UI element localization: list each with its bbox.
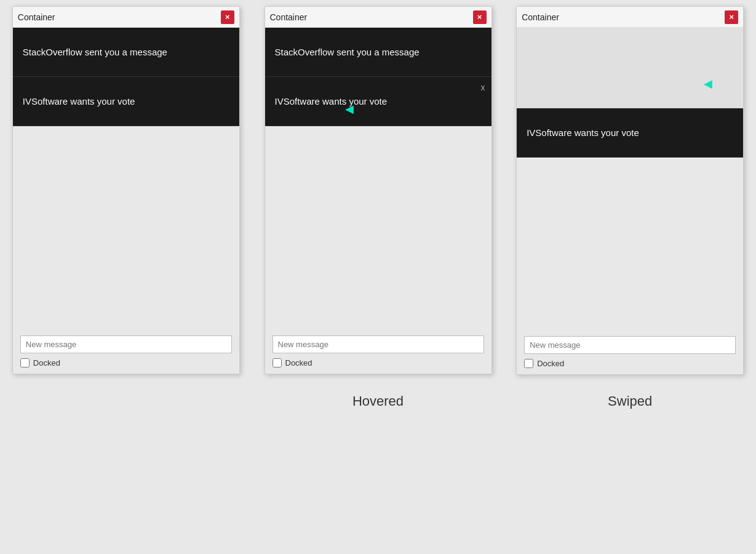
top-gray-area-swiped: ◀ xyxy=(517,28,743,108)
new-message-input-default[interactable] xyxy=(20,335,232,353)
close-button-default[interactable]: × xyxy=(221,10,234,24)
container-window-hovered: Container × StackOverflow sent you a mes… xyxy=(265,6,492,374)
panel-wrapper-hovered: Container × StackOverflow sent you a mes… xyxy=(252,0,504,374)
container-window-default: Container × StackOverflow sent you a mes… xyxy=(12,6,240,374)
notification-text-1-hovered: StackOverflow sent you a message xyxy=(275,47,420,57)
labels-row: Default Hovered Swiped xyxy=(0,381,756,416)
window-title-default: Container xyxy=(18,12,55,22)
notification-item-1-default: StackOverflow sent you a message xyxy=(13,28,239,77)
close-button-swiped[interactable]: × xyxy=(725,10,738,24)
notification-item-1-hovered: StackOverflow sent you a message xyxy=(265,28,491,77)
new-message-input-swiped[interactable] xyxy=(524,336,736,354)
docked-checkbox-hovered[interactable] xyxy=(273,358,282,367)
container-window-swiped: Container × ◀ IVSoftware wants your vote… xyxy=(516,6,744,375)
titlebar-hovered: Container × xyxy=(265,7,491,28)
new-message-input-hovered[interactable] xyxy=(273,335,484,353)
notif-close-button-hovered[interactable]: x xyxy=(481,83,485,92)
titlebar-default: Container × xyxy=(13,7,239,28)
notification-item-2-default: IVSoftware wants your vote xyxy=(13,77,239,126)
docked-checkbox-swiped[interactable] xyxy=(524,359,533,368)
bottom-area-swiped: Docked xyxy=(517,330,743,374)
label-hovered: Hovered xyxy=(252,381,504,416)
cursor-icon-swiped: ◀ xyxy=(704,78,712,89)
docked-checkbox-default[interactable] xyxy=(20,358,30,367)
notification-text-2-hovered: IVSoftware wants your vote xyxy=(275,96,388,106)
notification-text-1-swiped: IVSoftware wants your vote xyxy=(527,127,639,138)
titlebar-swiped: Container × xyxy=(517,7,743,28)
docked-row-hovered: Docked xyxy=(273,358,484,367)
docked-label-hovered: Docked xyxy=(285,358,312,367)
close-button-hovered[interactable]: × xyxy=(473,10,487,24)
content-area-swiped xyxy=(517,158,743,330)
window-title-hovered: Container xyxy=(270,12,308,22)
docked-label-default: Docked xyxy=(33,358,60,367)
bottom-area-default: Docked xyxy=(13,329,239,374)
notification-item-1-swiped: IVSoftware wants your vote xyxy=(517,108,743,158)
notification-text-2-default: IVSoftware wants your vote xyxy=(23,96,135,106)
window-title-swiped: Container xyxy=(522,12,559,22)
docked-row-swiped: Docked xyxy=(524,359,736,368)
content-area-default xyxy=(13,126,239,329)
panels-row: Container × StackOverflow sent you a mes… xyxy=(0,0,756,375)
docked-row-default: Docked xyxy=(20,358,232,367)
content-area-hovered xyxy=(265,126,491,329)
notification-text-1-default: StackOverflow sent you a message xyxy=(23,47,167,57)
notification-item-2-hovered: IVSoftware wants your vote x ◀ xyxy=(265,77,491,126)
docked-label-swiped: Docked xyxy=(537,359,564,368)
panel-wrapper-swiped: Container × ◀ IVSoftware wants your vote… xyxy=(504,0,756,375)
bottom-area-hovered: Docked xyxy=(265,329,491,374)
panel-wrapper-default: Container × StackOverflow sent you a mes… xyxy=(0,0,252,374)
label-swiped: Swiped xyxy=(504,381,756,416)
